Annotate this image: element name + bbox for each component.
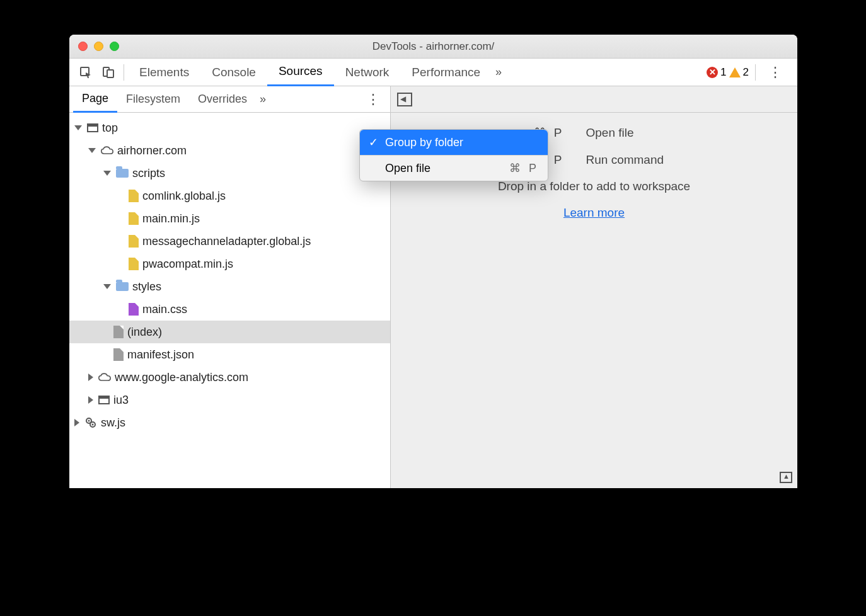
subtab-filesystem[interactable]: Filesystem — [117, 86, 189, 113]
window-title: DevTools - airhorner.com/ — [69, 40, 797, 53]
menu-shortcut: ⌘ P — [509, 161, 539, 175]
separator — [755, 64, 756, 81]
separator — [124, 64, 124, 81]
chevron-right-icon — [88, 374, 93, 381]
frame-icon — [98, 396, 110, 404]
tree-file-mainjs[interactable]: main.min.js — [69, 207, 390, 230]
warning-icon — [729, 67, 741, 77]
close-button[interactable] — [78, 42, 88, 51]
tree-top[interactable]: top — [69, 117, 390, 139]
menu-label: Group by folder — [385, 136, 463, 149]
gear-icon — [84, 416, 97, 429]
menu-label: Open file — [385, 162, 430, 175]
js-file-icon — [129, 258, 139, 270]
tab-console[interactable]: Console — [200, 59, 267, 86]
toolbar-right: ✕ 1 2 ⋮ — [707, 64, 792, 81]
chevron-down-icon — [74, 125, 82, 130]
frame-icon — [87, 123, 98, 132]
error-number: 1 — [720, 66, 726, 79]
tree-label: styles — [132, 280, 161, 294]
tabs-overflow[interactable]: » — [492, 66, 505, 79]
menu-group-by-folder[interactable]: ✓ Group by folder — [360, 130, 548, 155]
navigator-pane: Page Filesystem Overrides » ⋮ top — [69, 86, 391, 488]
warning-count[interactable]: 2 — [729, 66, 749, 79]
tree-worker-swjs[interactable]: sw.js — [69, 411, 390, 434]
tree-label: airhorner.com — [117, 144, 187, 157]
tree-label: manifest.json — [127, 348, 194, 362]
tree-label: (index) — [127, 326, 162, 339]
context-menu: ✓ Group by folder Open file ⌘ P — [359, 129, 548, 181]
chevron-down-icon — [103, 171, 111, 176]
svg-point-6 — [92, 424, 94, 426]
tab-network[interactable]: Network — [334, 59, 401, 86]
menu-open-file[interactable]: Open file ⌘ P — [360, 156, 548, 181]
titlebar: DevTools - airhorner.com/ — [69, 35, 797, 59]
js-file-icon — [129, 190, 139, 202]
svg-point-5 — [88, 420, 90, 422]
svg-rect-2 — [107, 70, 113, 77]
hint-label: Run command — [586, 153, 712, 167]
tree-file-pwacompat[interactable]: pwacompat.min.js — [69, 253, 390, 275]
tree-label: scripts — [132, 167, 165, 180]
subtab-page[interactable]: Page — [73, 86, 117, 113]
js-file-icon — [129, 212, 139, 225]
subtabs-overflow[interactable]: » — [256, 93, 270, 106]
tab-performance[interactable]: Performance — [400, 59, 492, 86]
tree-domain-analytics[interactable]: www.google-analytics.com — [69, 366, 390, 389]
tree-label: pwacompat.min.js — [142, 258, 233, 271]
tree-file-manifest[interactable]: manifest.json — [69, 343, 390, 366]
tab-elements[interactable]: Elements — [128, 59, 200, 86]
hint-label: Open file — [586, 126, 712, 140]
warning-number: 2 — [743, 66, 749, 79]
inspect-icon[interactable] — [74, 61, 97, 84]
chevron-down-icon — [103, 284, 111, 289]
tree-folder-styles[interactable]: styles — [69, 275, 390, 298]
navigator-menu[interactable]: ⋮ — [360, 91, 386, 108]
tree-label: main.css — [142, 303, 187, 316]
folder-icon — [116, 169, 129, 178]
cloud-icon — [98, 371, 111, 384]
devtools-window: DevTools - airhorner.com/ Elements Conso… — [69, 35, 797, 488]
cloud-icon — [101, 144, 113, 157]
chevron-right-icon — [88, 396, 93, 404]
file-tree: top airhorner.com scripts — [69, 113, 390, 488]
zoom-button[interactable] — [110, 42, 119, 51]
show-drawer-icon[interactable] — [780, 472, 792, 483]
tree-file-msgchannel[interactable]: messagechanneladapter.global.js — [69, 230, 390, 253]
subtab-overrides[interactable]: Overrides — [189, 86, 256, 113]
error-count[interactable]: ✕ 1 — [707, 66, 726, 79]
window-controls — [69, 42, 119, 51]
hint-dropin: Drop in a folder to add to workspace — [498, 180, 690, 193]
settings-menu[interactable]: ⋮ — [762, 64, 788, 81]
main-toolbar: Elements Console Sources Network Perform… — [69, 59, 797, 86]
tree-label: main.min.js — [142, 212, 200, 225]
tree-file-maincss[interactable]: main.css — [69, 298, 390, 321]
tree-folder-scripts[interactable]: scripts — [69, 162, 390, 185]
tree-file-comlink[interactable]: comlink.global.js — [69, 185, 390, 207]
tree-label: messagechanneladapter.global.js — [142, 235, 311, 248]
tree-label: iu3 — [113, 394, 129, 407]
folder-icon — [116, 282, 129, 291]
tree-label: www.google-analytics.com — [115, 371, 248, 384]
navigator-tabs: Page Filesystem Overrides » ⋮ — [69, 86, 390, 113]
file-icon — [113, 326, 124, 338]
collapse-sidebar-icon[interactable] — [397, 93, 412, 106]
tree-label: top — [102, 122, 118, 135]
tree-label: comlink.global.js — [142, 190, 226, 203]
tree-frame-iu3[interactable]: iu3 — [69, 389, 390, 411]
tab-sources[interactable]: Sources — [267, 59, 334, 86]
css-file-icon — [129, 303, 139, 316]
chevron-down-icon — [88, 148, 96, 153]
error-icon: ✕ — [707, 67, 718, 78]
editor-toolbar — [391, 86, 797, 113]
learn-more-link[interactable]: Learn more — [563, 206, 625, 220]
tree-domain[interactable]: airhorner.com — [69, 139, 390, 162]
file-icon — [113, 348, 124, 361]
device-toggle-icon[interactable] — [97, 61, 120, 84]
chevron-right-icon — [74, 419, 79, 426]
tree-file-index[interactable]: (index) — [69, 321, 390, 343]
check-icon: ✓ — [369, 135, 379, 149]
js-file-icon — [129, 235, 139, 248]
tree-label: sw.js — [101, 416, 125, 430]
minimize-button[interactable] — [94, 42, 103, 51]
